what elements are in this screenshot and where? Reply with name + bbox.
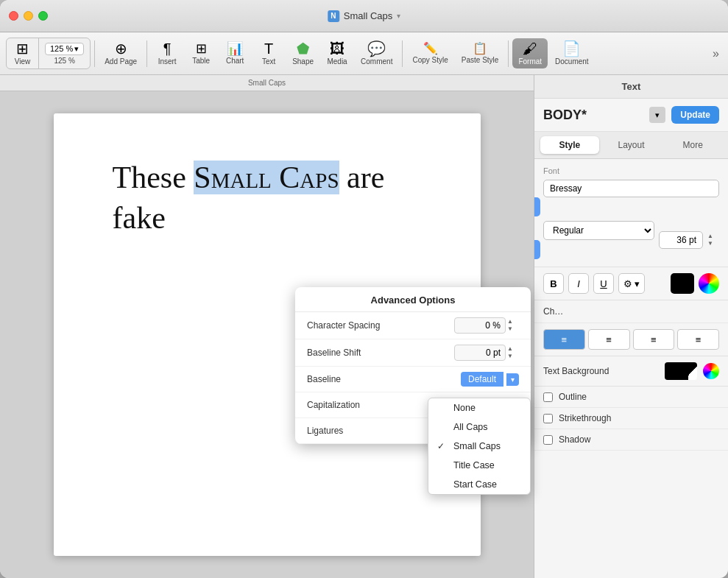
document-button[interactable]: 📄 Document	[549, 38, 595, 68]
view-zoom-group: ⊞ View 125 % ▾ 125 %	[6, 38, 91, 69]
advanced-options-button[interactable]: ⚙ ▾	[618, 273, 645, 294]
capitalization-dropdown: None All Caps ✓ Small Caps Title Case St…	[428, 398, 531, 495]
tab-more[interactable]: More	[663, 136, 722, 154]
cap-item-start-case[interactable]: Start Case	[428, 475, 530, 494]
sidebar-content: Font Bressay ▾ Regular ▾	[534, 159, 728, 578]
italic-button[interactable]: I	[568, 273, 589, 294]
shape-button[interactable]: ⬟ Shape	[286, 38, 319, 68]
baseline-arrow-icon[interactable]: ▾	[506, 373, 519, 386]
cap-small-caps-check-icon: ✓	[437, 441, 448, 451]
char-spacing-row: Ch…	[534, 300, 728, 323]
zoom-button[interactable]: 125 % ▾ 125 %	[39, 40, 90, 68]
outline-row: Outline	[534, 387, 728, 408]
shadow-checkbox[interactable]	[543, 435, 553, 445]
document-icon: 📄	[562, 41, 581, 56]
media-button[interactable]: 🖼 Media	[321, 38, 353, 68]
tab-layout[interactable]: Layout	[602, 136, 661, 154]
table-label: Table	[192, 57, 210, 65]
style-row: BODY* ▾ Update	[534, 99, 728, 132]
toolbar-sep-3	[402, 40, 403, 67]
text-color-swatch[interactable]	[671, 273, 694, 294]
popup-char-spacing-input[interactable]	[454, 317, 506, 334]
copy-style-label: Copy Style	[412, 56, 448, 64]
zoom-label: 125 %	[54, 57, 74, 65]
copy-style-icon: ✏️	[423, 43, 438, 54]
text-background-swatch[interactable]	[665, 362, 697, 380]
add-page-icon: ⊕	[115, 41, 127, 56]
text-background-row: Text Background	[534, 356, 728, 387]
text-button[interactable]: T Text	[252, 38, 285, 68]
insert-button[interactable]: ¶ Insert	[151, 38, 183, 68]
font-size-stepper[interactable]: ▲ ▼	[707, 233, 719, 247]
cap-item-all-caps[interactable]: All Caps	[428, 417, 530, 437]
cap-item-none[interactable]: None	[428, 398, 530, 417]
align-right-button[interactable]: ≡	[633, 329, 675, 350]
text-background-label: Text Background	[543, 366, 659, 376]
popup-char-spacing-label: Character Spacing	[307, 320, 454, 331]
color-wheel-button[interactable]	[699, 273, 719, 294]
popup-baseline-shift-stepper[interactable]: ▲ ▼	[507, 345, 519, 359]
toolbar: ⊞ View 125 % ▾ 125 % ⊕ Add Page ¶ Insert…	[0, 32, 728, 75]
tab-style[interactable]: Style	[540, 136, 599, 154]
baseline-select[interactable]: Default	[461, 372, 503, 387]
outline-label: Outline	[559, 392, 587, 402]
underline-button[interactable]: U	[593, 273, 614, 294]
comment-icon: 💬	[367, 41, 386, 56]
strikethrough-checkbox[interactable]	[543, 414, 553, 423]
font-select-arrow-icon: ▾	[534, 197, 540, 216]
align-justify-button[interactable]: ≡	[677, 329, 719, 350]
popup-char-spacing-stepper[interactable]: ▲ ▼	[507, 318, 519, 332]
popup-baseline-row: Baseline Default ▾	[295, 367, 531, 392]
app-window: N Small Caps ▾ ⊞ View 125 % ▾ 125 % ⊕ Ad…	[0, 0, 728, 578]
bold-button[interactable]: B	[543, 273, 564, 294]
table-button[interactable]: ⊞ Table	[185, 39, 217, 68]
format-icon: 🖌	[523, 41, 537, 56]
font-section-label: Font	[543, 166, 719, 175]
update-style-button[interactable]: Update	[671, 106, 719, 124]
insert-label: Insert	[158, 57, 177, 66]
doc-ruler-bar: Small Caps	[0, 75, 534, 91]
comment-label: Comment	[361, 57, 392, 66]
shadow-label: Shadow	[559, 434, 590, 445]
format-button[interactable]: 🖌 Format	[512, 38, 548, 68]
font-style-select[interactable]: Regular	[543, 221, 654, 240]
font-style-row: Regular ▾ ▲ ▼	[543, 221, 719, 259]
minimize-button[interactable]	[24, 11, 33, 21]
sidebar-header: Text	[534, 75, 728, 99]
strikethrough-row: Strikethrough	[534, 408, 728, 429]
toolbar-expand-button[interactable]: »	[710, 44, 722, 63]
popup-capitalization-label: Capitalization	[307, 400, 444, 410]
chart-button[interactable]: 📊 Chart	[219, 39, 251, 68]
font-name-select[interactable]: Bressay	[543, 180, 719, 197]
cap-all-caps-label: All Caps	[453, 422, 488, 432]
popup-baseline-shift-input[interactable]	[454, 345, 506, 361]
font-size-input[interactable]	[659, 231, 703, 249]
maximize-button[interactable]	[38, 11, 48, 21]
text-label: Text	[262, 57, 275, 66]
align-center-button[interactable]: ≡	[588, 329, 630, 350]
paste-style-button[interactable]: 📋 Paste Style	[456, 40, 505, 67]
popup-char-spacing-row: Character Spacing ▲ ▼	[295, 312, 531, 339]
title-chevron-icon: ▾	[397, 12, 400, 20]
cap-small-caps-label: Small Caps	[453, 441, 501, 451]
outline-checkbox[interactable]	[543, 392, 553, 402]
style-dropdown-button[interactable]: ▾	[649, 107, 665, 123]
view-button[interactable]: ⊞ View	[7, 38, 39, 68]
text-highlighted: Small Caps	[194, 161, 339, 194]
view-label: View	[15, 57, 31, 66]
toolbar-sep-4	[508, 40, 509, 67]
toolbar-sep-2	[146, 40, 147, 67]
cap-item-title-case[interactable]: Title Case	[428, 456, 530, 475]
insert-icon: ¶	[163, 41, 172, 56]
text-bg-color-wheel[interactable]	[703, 363, 719, 379]
cap-none-label: None	[453, 403, 476, 413]
copy-style-button[interactable]: ✏️ Copy Style	[406, 40, 453, 67]
window-title: Small Caps	[344, 10, 392, 21]
comment-button[interactable]: 💬 Comment	[355, 38, 398, 68]
close-button[interactable]	[9, 11, 18, 21]
add-page-button[interactable]: ⊕ Add Page	[99, 38, 143, 68]
align-left-button[interactable]: ≡	[543, 329, 585, 350]
popup-baseline-label: Baseline	[307, 374, 461, 384]
cap-item-small-caps[interactable]: ✓ Small Caps	[428, 437, 530, 456]
chart-icon: 📊	[227, 42, 243, 55]
